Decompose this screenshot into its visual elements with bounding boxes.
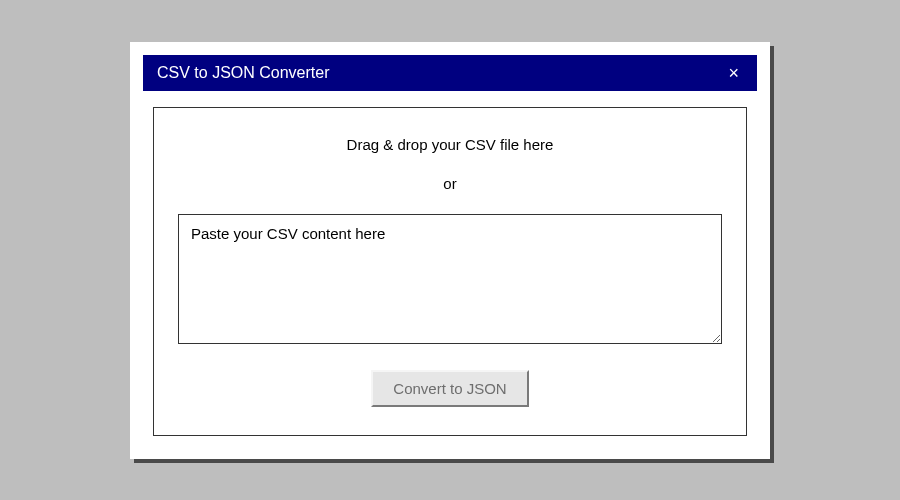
converter-window: CSV to JSON Converter × Drag & drop your… (130, 42, 770, 459)
window-title: CSV to JSON Converter (157, 64, 330, 82)
drop-zone-frame[interactable]: Drag & drop your CSV file here or Conver… (153, 107, 747, 436)
convert-button[interactable]: Convert to JSON (371, 370, 528, 407)
or-label: or (178, 175, 722, 192)
drag-drop-instruction: Drag & drop your CSV file here (178, 136, 722, 153)
titlebar: CSV to JSON Converter × (143, 55, 757, 91)
csv-input[interactable] (178, 214, 722, 344)
close-icon[interactable]: × (724, 64, 743, 82)
